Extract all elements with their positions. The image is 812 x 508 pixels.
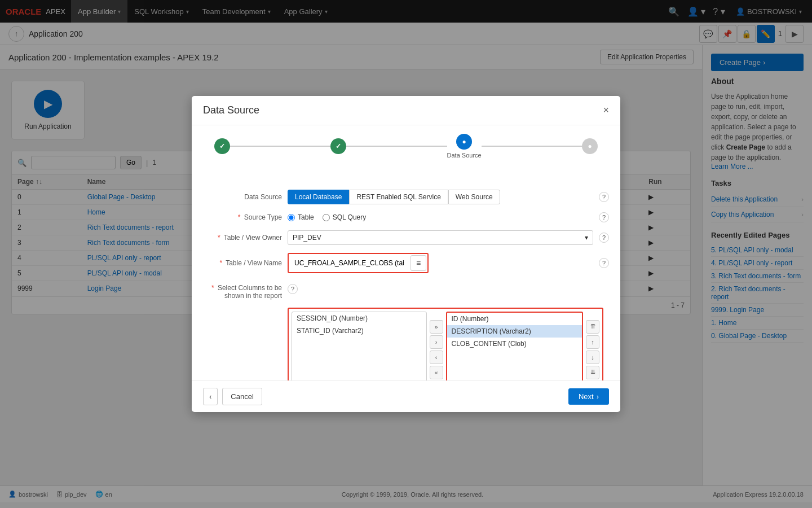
move-right-button[interactable]: › — [430, 335, 443, 349]
modal-overlay: Data Source × ✓ ✓ ● Data Source ● — [0, 0, 812, 508]
columns-row: * Select Columns to be shown in the repo… — [203, 281, 609, 300]
table-name-help-icon[interactable]: ? — [599, 258, 609, 268]
move-up-button[interactable]: ↑ — [586, 335, 599, 349]
step-line-2 — [346, 146, 447, 147]
column-move-buttons: » › ‹ « — [430, 312, 443, 380]
columns-help-icon[interactable]: ? — [288, 284, 298, 294]
step-1-circle: ✓ — [214, 138, 230, 154]
table-owner-row: * Table / View Owner PIP_DEV ▾ ? — [203, 230, 609, 245]
modal-footer-left-buttons: ‹ Cancel — [203, 388, 262, 405]
move-bottom-button[interactable]: ⇊ — [586, 366, 599, 379]
step-4-wrapper: ● — [582, 138, 598, 154]
step-line-1 — [230, 146, 330, 147]
data-source-label: Data Source — [203, 193, 282, 201]
column-item-static-id[interactable]: STATIC_ID (Varchar2) — [292, 325, 426, 337]
column-selector: SESSION_ID (Number) STATIC_ID (Varchar2)… — [288, 308, 603, 380]
sql-query-radio-text: SQL Query — [333, 213, 367, 221]
table-name-input-group: ≡ — [288, 253, 429, 273]
source-type-radio-group: Table SQL Query — [288, 213, 593, 221]
table-owner-control: PIP_DEV ▾ — [288, 230, 593, 245]
table-radio[interactable] — [288, 214, 295, 221]
modal-body: Data Source Local Database REST Enabled … — [192, 178, 620, 380]
sql-query-radio[interactable] — [323, 214, 330, 221]
back-wizard-button[interactable]: ‹ — [203, 388, 218, 405]
column-item-id[interactable]: ID (Number) — [447, 313, 582, 325]
step-3-circle: ● — [456, 134, 472, 150]
step-3-label: Data Source — [447, 152, 482, 159]
wizard-steps: ✓ ✓ ● Data Source ● — [192, 125, 620, 167]
left-columns-container: SESSION_ID (Number) STATIC_ID (Varchar2) — [292, 312, 427, 380]
column-item-session-id[interactable]: SESSION_ID (Number) — [292, 312, 426, 325]
sql-query-radio-label[interactable]: SQL Query — [323, 213, 367, 221]
required-star: * — [238, 213, 241, 221]
source-type-help-icon[interactable]: ? — [599, 212, 609, 222]
table-name-row: * Table / View Name ≡ ? — [203, 253, 609, 273]
data-source-modal: Data Source × ✓ ✓ ● Data Source ● — [192, 96, 620, 412]
move-top-button[interactable]: ⇈ — [586, 320, 599, 334]
step-2-wrapper: ✓ — [330, 138, 346, 154]
move-all-right-button[interactable]: » — [430, 320, 443, 334]
step-2-circle: ✓ — [330, 138, 346, 154]
table-name-label: * Table / View Name — [203, 259, 282, 267]
data-source-row: Data Source Local Database REST Enabled … — [203, 190, 609, 204]
cancel-button[interactable]: Cancel — [222, 388, 262, 405]
step-line-3 — [482, 146, 582, 147]
table-name-input[interactable] — [290, 256, 408, 270]
columns-label: * Select Columns to be shown in the repo… — [203, 281, 282, 300]
source-type-label: * Source Type — [203, 213, 282, 221]
column-order-buttons: ⇈ ↑ ↓ ⇊ — [586, 312, 599, 380]
column-item-description[interactable]: DESCRIPTION (Varchar2) — [447, 325, 582, 338]
selected-columns-list[interactable]: ID (Number) DESCRIPTION (Varchar2) CLOB_… — [447, 313, 582, 380]
data-source-button-group: Local Database REST Enabled SQL Service … — [288, 190, 593, 204]
required-star: * — [219, 259, 222, 267]
modal-title: Data Source — [203, 104, 259, 116]
move-left-button[interactable]: ‹ — [430, 351, 443, 364]
next-button[interactable]: Next › — [568, 388, 609, 405]
step-1-wrapper: ✓ — [214, 138, 230, 154]
step-4-circle: ● — [582, 138, 598, 154]
table-owner-select[interactable]: PIP_DEV ▾ — [288, 230, 593, 245]
table-name-control: ≡ — [288, 253, 593, 273]
table-view-button[interactable]: ≡ — [411, 255, 426, 271]
web-source-button[interactable]: Web Source — [448, 190, 500, 204]
chevron-down-icon: ▾ — [585, 234, 588, 242]
modal-header: Data Source × — [192, 96, 620, 125]
data-source-control: Local Database REST Enabled SQL Service … — [288, 190, 593, 204]
data-source-help-icon[interactable]: ? — [599, 192, 609, 202]
source-type-row: * Source Type Table SQL Query — [203, 212, 609, 222]
step-3-wrapper: ● Data Source — [447, 134, 482, 159]
move-down-button[interactable]: ↓ — [586, 351, 599, 364]
table-radio-text: Table — [298, 213, 314, 221]
modal-close-button[interactable]: × — [603, 104, 609, 116]
modal-footer: ‹ Cancel Next › — [192, 380, 620, 412]
required-star: * — [218, 234, 220, 242]
move-all-left-button[interactable]: « — [430, 366, 443, 379]
available-columns-list[interactable]: SESSION_ID (Number) STATIC_ID (Varchar2) — [292, 312, 427, 380]
next-label: Next — [579, 392, 594, 401]
selected-columns-container: ID (Number) DESCRIPTION (Varchar2) CLOB_… — [446, 312, 584, 380]
chevron-right-icon: › — [597, 392, 599, 401]
local-database-button[interactable]: Local Database — [288, 190, 349, 204]
table-owner-label: * Table / View Owner — [203, 234, 282, 242]
table-owner-help-icon[interactable]: ? — [599, 233, 609, 243]
column-item-clob-content[interactable]: CLOB_CONTENT (Clob) — [447, 338, 582, 350]
rest-sql-button[interactable]: REST Enabled SQL Service — [349, 190, 448, 204]
source-type-control: Table SQL Query — [288, 213, 593, 221]
required-star: * — [211, 284, 214, 292]
table-owner-value: PIP_DEV — [293, 234, 321, 242]
table-radio-label[interactable]: Table — [288, 213, 314, 221]
